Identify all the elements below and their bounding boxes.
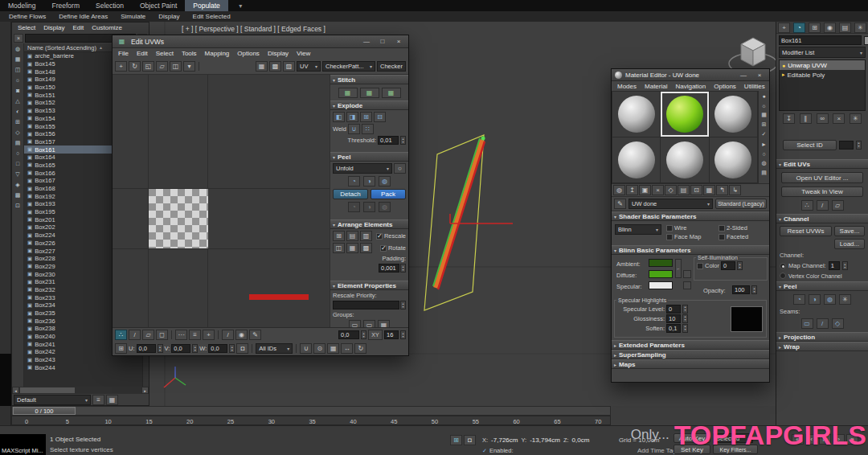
edge-loop-icon[interactable]: / <box>222 330 234 340</box>
rotate-angle-spinner[interactable] <box>361 330 366 339</box>
go-forward-icon[interactable]: ↳ <box>729 185 741 195</box>
ribbon-tool-button[interactable]: Display <box>153 13 185 20</box>
pack-full-icon[interactable]: ▦ <box>346 243 358 253</box>
explorer-settings-icon[interactable]: ▦ <box>106 395 118 405</box>
grow-selection-icon[interactable]: + <box>203 330 215 340</box>
sample-uv-tiling-icon[interactable]: ⊞ <box>760 120 769 129</box>
select-id-field[interactable] <box>839 141 854 150</box>
play-icon[interactable]: ► <box>819 434 831 445</box>
rotate-tool-icon[interactable]: ↻ <box>129 61 141 72</box>
quick-peel-icon[interactable]: ◔ <box>348 176 360 187</box>
ribbon-tool-button[interactable]: Simulate <box>115 13 151 20</box>
modifier-list-dropdown[interactable]: Modifier List <box>779 47 866 58</box>
freeform-tool-icon[interactable]: ▱ <box>156 61 168 72</box>
rescale-checkbox[interactable] <box>376 233 383 240</box>
ribbon-tab-object-paint[interactable]: Object Paint <box>132 0 185 11</box>
explorer-horizontal-scrollbar[interactable]: ◂ ▸ <box>12 387 149 394</box>
texture-list-dropdown[interactable]: CheckerPatt... <box>322 61 375 72</box>
track-bar[interactable]: 0510152025303540455055606570 <box>11 416 611 425</box>
convert-to-seams-icon[interactable]: ◇ <box>832 318 844 329</box>
select-dots-icon[interactable]: ⋯ <box>175 330 187 340</box>
ribbon-tool-button[interactable]: Edit Selected <box>187 13 236 20</box>
material-editor-titlebar[interactable]: Material Editor - UW done — × <box>612 69 769 81</box>
ribbon-minimize-caret-icon[interactable]: ▾ <box>235 1 247 11</box>
selection-lock-icon[interactable]: ◘ <box>464 435 476 445</box>
pick-material-icon[interactable]: ✎ <box>614 199 626 209</box>
group-create-icon[interactable]: ▭ <box>349 320 361 327</box>
show-map-in-viewport-icon[interactable]: ▦ <box>703 185 715 195</box>
map-channel-spinner[interactable] <box>842 261 848 270</box>
element-mode-icon[interactable]: ◻ <box>156 330 168 340</box>
time-slider[interactable]: 0 / 100 <box>11 406 611 416</box>
ambient-color-swatch[interactable] <box>649 259 673 267</box>
peel-rollout-header[interactable]: ▾Peel <box>776 281 868 291</box>
maximize-icon[interactable]: □ <box>376 37 389 47</box>
go-to-end-icon[interactable]: » <box>846 434 858 445</box>
vertex-subobject-icon[interactable]: ∴ <box>801 200 813 211</box>
reset-map-icon[interactable]: × <box>652 185 664 195</box>
ribbon-tool-button[interactable]: Define Flows <box>3 13 51 20</box>
rotate-checkbox[interactable] <box>380 245 387 252</box>
uv-menu-item[interactable]: View <box>293 50 314 57</box>
search-clear-icon[interactable]: × <box>14 34 23 43</box>
x-coordinate[interactable]: -7,726cm <box>491 437 518 444</box>
diffuse-map-button[interactable] <box>683 270 691 278</box>
select-id-button[interactable]: Select ID <box>783 140 837 150</box>
ribbon-tab-populate[interactable]: Populate <box>185 0 228 11</box>
pack-custom-icon[interactable]: ▩ <box>360 243 372 253</box>
group-select-icon[interactable]: ▭ <box>363 320 375 327</box>
padding-field[interactable]: 0,001 <box>379 264 399 273</box>
diffuse-color-swatch[interactable] <box>649 270 673 278</box>
previous-frame-icon[interactable]: ‹ <box>805 434 817 445</box>
display-hidden-icon[interactable]: ◈ <box>13 179 23 190</box>
create-tab-icon[interactable]: + <box>778 23 790 33</box>
group-settings-icon[interactable]: ▦ <box>378 320 390 327</box>
explorer-menu-item[interactable]: Display <box>39 24 68 31</box>
scroll-left-icon[interactable]: ◂ <box>12 387 19 394</box>
supersampling-rollout-header[interactable]: ▸SuperSampling <box>612 350 769 359</box>
explorer-lock-layout-icon[interactable]: ≡ <box>92 395 104 405</box>
display-selection-sets-icon[interactable]: ⊡ <box>13 200 23 211</box>
pin-stack-icon[interactable]: ↧ <box>783 113 795 124</box>
load-uvws-button[interactable]: Load... <box>834 239 865 249</box>
glossiness-spinner[interactable] <box>682 314 688 323</box>
expand-arrow-icon[interactable]: ▸ <box>782 72 785 78</box>
material-slot[interactable] <box>710 92 757 137</box>
material-id-filter-dropdown[interactable]: All IDs <box>256 343 293 354</box>
shader-rollout-header[interactable]: ▾Shader Basic Parameters <box>612 211 769 221</box>
move-tool-icon[interactable]: + <box>115 61 127 72</box>
self-illum-spinner[interactable] <box>737 261 743 270</box>
w-coordinate-field[interactable]: 0,0 <box>208 344 227 353</box>
get-material-icon[interactable]: ◍ <box>613 185 625 195</box>
xy-axis-toggle[interactable]: XY <box>368 330 383 340</box>
display-geometry-icon[interactable]: ▦ <box>13 54 23 64</box>
u-coordinate-field[interactable]: 0,0 <box>137 344 156 353</box>
map-channel-radio[interactable] <box>780 263 786 269</box>
blinn-rollout-header[interactable]: ▾Blinn Basic Parameters <box>612 245 769 255</box>
grid-size-spinner[interactable] <box>400 330 406 339</box>
flyout-caret-icon[interactable]: ▾ <box>183 61 195 72</box>
peel-expand-icon[interactable]: ◔ <box>348 202 360 212</box>
explorer-preset-dropdown[interactable]: Default <box>14 395 91 405</box>
w-spinner[interactable] <box>229 344 235 353</box>
object-name-field[interactable] <box>779 35 862 45</box>
maxscript-listener-tab[interactable]: MAXScript Mi... <box>0 434 46 455</box>
grid-size-field[interactable]: 16 <box>384 330 399 339</box>
modifier-stack[interactable]: ●Unwrap UVW▸Editable Poly <box>779 59 866 111</box>
go-to-parent-icon[interactable]: ↰ <box>716 185 728 195</box>
utilities-tab-icon[interactable]: ✳ <box>854 23 866 33</box>
explorer-item[interactable]: ▣Box243 <box>24 356 142 364</box>
peel-shrink-icon[interactable]: ◑ <box>363 202 375 212</box>
ribbon-tool-button[interactable]: Define Idle Areas <box>53 13 113 20</box>
material-slot[interactable] <box>612 137 660 182</box>
material-map-navigator-icon[interactable]: ▤ <box>760 168 769 178</box>
reset-uvws-button[interactable]: Reset UVWs <box>780 226 832 236</box>
weld-selected-icon[interactable]: ∪ <box>348 124 360 134</box>
stitch-custom-icon[interactable]: ▦ <box>338 88 358 98</box>
u-spinner[interactable] <box>158 344 163 353</box>
explode-rollout-header[interactable]: ▾Explode <box>330 100 408 110</box>
uv-menu-item[interactable]: Tools <box>178 50 201 57</box>
maps-rollout-header[interactable]: ▸Maps <box>612 359 769 369</box>
video-color-check-icon[interactable]: ✓ <box>760 129 769 139</box>
extended-parameters-rollout-header[interactable]: ▸Extended Parameters <box>612 340 769 350</box>
